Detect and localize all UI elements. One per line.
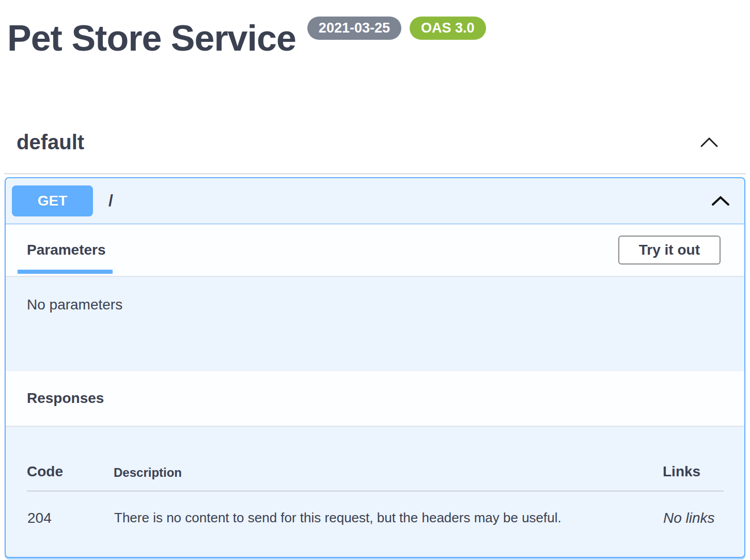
responses-table-header-row: Code Description Links: [27, 426, 724, 491]
operation-summary[interactable]: GET /: [6, 178, 744, 224]
chevron-up-icon: [699, 136, 719, 148]
api-version-badge: 2021-03-25: [307, 17, 401, 40]
parameters-body: No parameters: [6, 276, 744, 371]
tag-section-default: default: [0, 131, 750, 174]
response-row: 204 There is no content to send for this…: [27, 491, 724, 527]
parameters-section-header: Parameters Try it out: [6, 224, 744, 276]
api-info-header: Pet Store Service 2021-03-25 OAS 3.0: [0, 0, 750, 59]
responses-section-label: Responses: [27, 390, 104, 407]
tag-header-default[interactable]: default: [4, 131, 746, 174]
responses-section-header: Responses: [6, 371, 744, 426]
try-it-out-button[interactable]: Try it out: [618, 236, 721, 265]
response-code: 204: [27, 491, 114, 527]
chevron-up-icon: [711, 195, 730, 207]
column-header-links: Links: [663, 426, 724, 491]
operation-body: Parameters Try it out No parameters Resp…: [6, 224, 744, 557]
responses-body: Code Description Links 204 There is no c…: [6, 426, 744, 557]
response-links: No links: [663, 491, 724, 527]
parameters-tab-label: Parameters: [27, 242, 106, 258]
responses-table: Code Description Links 204 There is no c…: [27, 426, 724, 527]
operation-path: /: [108, 191, 113, 210]
tab-parameters[interactable]: Parameters: [24, 242, 108, 258]
http-method-badge: GET: [12, 185, 93, 216]
column-header-code: Code: [27, 426, 114, 491]
no-parameters-message: No parameters: [27, 297, 744, 313]
column-header-description: Description: [114, 426, 663, 491]
operation-collapse-button[interactable]: [711, 195, 730, 207]
response-description: There is no content to send for this req…: [114, 491, 663, 527]
api-title-row: Pet Store Service 2021-03-25 OAS 3.0: [7, 18, 750, 59]
oas-version-badge: OAS 3.0: [410, 17, 486, 40]
api-title: Pet Store Service: [7, 18, 296, 59]
swagger-ui-page: Pet Store Service 2021-03-25 OAS 3.0 def…: [0, 0, 750, 560]
tag-collapse-button[interactable]: [699, 136, 719, 148]
tag-name: default: [17, 131, 84, 154]
opblock-get-root: GET / Parameters Try it out No parameter…: [5, 177, 745, 558]
